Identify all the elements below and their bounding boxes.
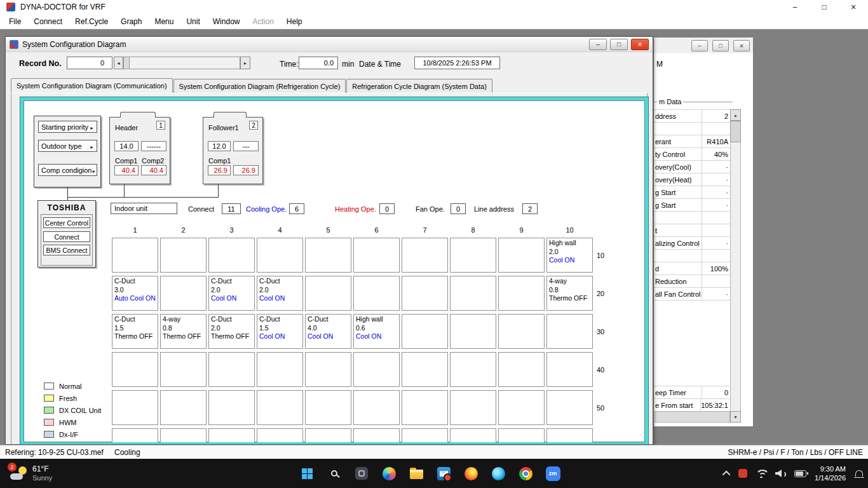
indoor-unit-cell[interactable] — [402, 352, 448, 387]
indoor-unit-cell[interactable]: 4-way0.8Thermo OFF — [160, 314, 207, 349]
indoor-unit-cell[interactable] — [450, 238, 496, 273]
indoor-unit-cell[interactable] — [546, 428, 593, 445]
toshiba-button-1[interactable]: Connect — [43, 231, 90, 242]
indoor-unit-cell[interactable] — [402, 428, 448, 445]
control-button-1[interactable]: Outdoor type — [38, 140, 97, 152]
close-icon[interactable] — [733, 40, 750, 51]
maximize-icon[interactable] — [610, 39, 628, 50]
indoor-unit-cell[interactable] — [498, 276, 545, 311]
indoor-unit-cell[interactable] — [353, 352, 400, 387]
indoor-unit-cell[interactable] — [257, 428, 303, 445]
indoor-unit-cell[interactable] — [160, 428, 207, 445]
indoor-unit-cell[interactable] — [498, 390, 545, 425]
record-scrollbar-thumb[interactable] — [124, 57, 130, 69]
indoor-unit-cell[interactable] — [498, 314, 545, 349]
tab-0[interactable]: System Configuration Diagram (Communicat… — [11, 78, 173, 93]
mail-icon[interactable] — [435, 465, 452, 482]
indoor-unit-cell[interactable] — [257, 390, 303, 425]
indoor-unit-cell[interactable]: C-Duct2.0Cool ON — [257, 276, 303, 311]
indoor-unit-cell[interactable] — [160, 238, 207, 273]
indoor-unit-cell[interactable] — [498, 238, 545, 273]
indoor-unit-cell[interactable] — [160, 390, 207, 425]
indoor-unit-cell[interactable] — [402, 238, 448, 273]
indoor-unit-cell[interactable] — [112, 428, 158, 445]
tab-1[interactable]: System Configuration Diagram (Refrigerat… — [173, 79, 346, 93]
firefox-icon[interactable] — [463, 465, 479, 482]
copilot-icon[interactable] — [381, 465, 397, 482]
indoor-unit-cell[interactable] — [450, 314, 496, 349]
indoor-unit-cell[interactable] — [160, 352, 207, 387]
volume-icon[interactable] — [775, 470, 786, 477]
time-input[interactable]: 0.0 — [299, 57, 338, 69]
search-icon[interactable] — [326, 465, 342, 482]
indoor-unit-cell[interactable] — [160, 276, 207, 311]
indoor-unit-cell[interactable] — [305, 238, 351, 273]
close-icon[interactable] — [839, 0, 868, 14]
indoor-unit-cell[interactable] — [450, 390, 496, 425]
indoor-unit-cell[interactable] — [402, 314, 448, 349]
menu-unit[interactable]: Unit — [180, 15, 206, 28]
tab-2[interactable]: Refrigeration Cycle Diagram (System Data… — [346, 79, 492, 93]
record-scrollbar[interactable] — [123, 57, 240, 69]
indoor-unit-cell[interactable]: 4-way0.8Thermo OFF — [546, 276, 593, 311]
menu-graph[interactable]: Graph — [114, 15, 148, 28]
indoor-unit-cell[interactable] — [402, 390, 448, 425]
scroll-up-icon[interactable] — [730, 109, 741, 121]
indoor-unit-cell[interactable] — [353, 428, 400, 445]
maximize-icon[interactable] — [810, 0, 839, 14]
record-no-input[interactable]: 0 — [67, 57, 112, 69]
record-prev-icon[interactable] — [114, 57, 123, 69]
snip-icon[interactable] — [353, 465, 370, 482]
minimize-icon[interactable] — [780, 0, 810, 14]
indoor-unit-cell[interactable] — [112, 238, 158, 273]
menu-menu[interactable]: Menu — [148, 15, 180, 28]
indoor-unit-cell[interactable] — [208, 238, 255, 273]
indoor-unit-cell[interactable]: C-Duct3.0Auto Cool ON — [112, 276, 158, 311]
indoor-unit-cell[interactable] — [353, 276, 400, 311]
menu-ref-cycle[interactable]: Ref.Cycle — [69, 15, 114, 28]
indoor-unit-cell[interactable] — [112, 352, 158, 387]
menu-action[interactable]: Action — [246, 15, 280, 28]
weather-widget[interactable]: 2 61°F Sunny — [6, 462, 56, 485]
menu-file[interactable]: File — [3, 15, 27, 28]
indoor-unit-cell[interactable] — [546, 352, 593, 387]
wifi-icon[interactable] — [756, 470, 767, 478]
control-button-2[interactable]: Comp condigion — [38, 164, 97, 176]
indoor-unit-cell[interactable] — [208, 428, 255, 445]
indoor-unit-cell[interactable]: High wall0.6Cool ON — [353, 314, 400, 349]
minimize-icon[interactable] — [589, 39, 607, 50]
indoor-unit-cell[interactable] — [450, 352, 496, 387]
control-button-0[interactable]: Starting priority — [38, 121, 97, 133]
indoor-unit-cell[interactable] — [450, 276, 496, 311]
scroll-down-icon[interactable] — [730, 411, 741, 423]
indoor-unit-cell[interactable] — [305, 428, 351, 445]
indoor-unit-cell[interactable] — [257, 352, 303, 387]
restore-icon[interactable] — [712, 40, 729, 51]
indoor-unit-cell[interactable] — [305, 276, 351, 311]
indoor-unit-cell[interactable]: C-Duct1.5Thermo OFF — [112, 314, 158, 349]
horizontal-scrollbar[interactable] — [654, 411, 730, 423]
notification-bell-icon[interactable] — [855, 470, 863, 477]
battery-icon[interactable] — [794, 470, 806, 477]
indoor-unit-cell[interactable]: C-Duct1.5Cool ON — [257, 314, 303, 349]
edge-icon[interactable] — [490, 465, 506, 482]
menu-help[interactable]: Help — [280, 15, 309, 28]
outdoor-unit-header[interactable]: Header 1 14.0 ------ Comp1 Comp2 40.4 40… — [109, 117, 170, 184]
chrome-icon[interactable] — [517, 465, 534, 482]
indoor-unit-cell[interactable] — [546, 390, 593, 425]
close-icon[interactable] — [631, 39, 649, 50]
indoor-unit-cell[interactable] — [450, 428, 496, 445]
start-icon[interactable] — [299, 465, 315, 482]
menu-connect[interactable]: Connect — [27, 15, 69, 28]
indoor-unit-cell[interactable] — [112, 390, 158, 425]
zoom-icon[interactable]: zm — [545, 465, 561, 482]
toshiba-button-0[interactable]: Center Control — [43, 217, 90, 228]
indoor-unit-cell[interactable] — [498, 352, 545, 387]
indoor-unit-cell[interactable] — [208, 390, 255, 425]
outdoor-unit-follower[interactable]: Follower1 2 12.0 --- Comp1 26.9 26.9 — [203, 117, 263, 184]
indoor-unit-cell[interactable] — [353, 238, 400, 273]
indoor-unit-cell[interactable] — [546, 314, 593, 349]
indoor-unit-cell[interactable] — [208, 352, 255, 387]
chevron-up-icon[interactable] — [722, 470, 731, 478]
toshiba-button-2[interactable]: BMS Connect — [43, 245, 90, 255]
